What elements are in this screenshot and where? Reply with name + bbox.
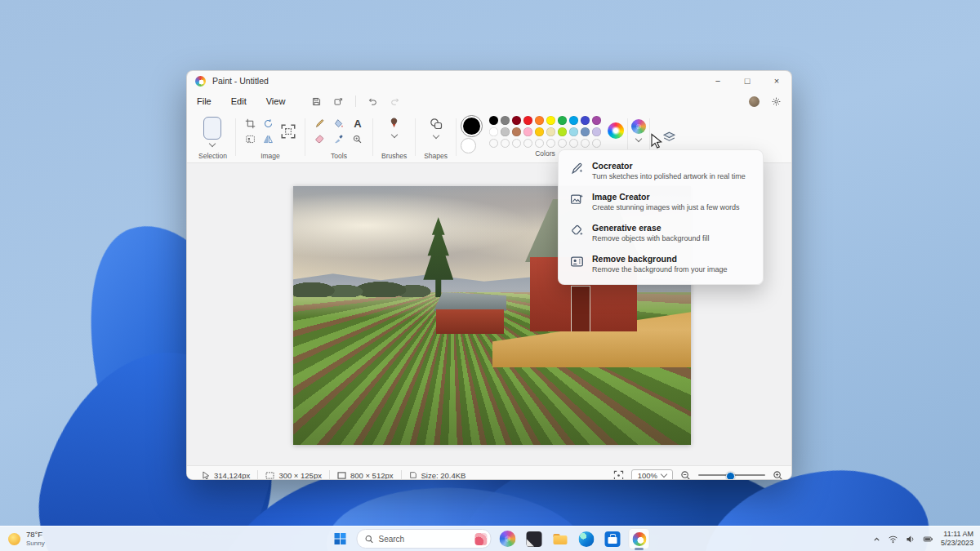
menu-item-desc: Create stunning images with just a few w… (592, 203, 740, 211)
flip-icon[interactable] (263, 134, 274, 144)
palette-color[interactable] (489, 116, 498, 125)
palette-row-1 (489, 116, 601, 125)
palette-color[interactable] (512, 116, 521, 125)
background-color-swatch[interactable] (461, 138, 476, 153)
palette-color[interactable] (535, 127, 544, 136)
rotate-icon[interactable] (263, 118, 274, 129)
menu-item-title: Image Creator (592, 192, 740, 202)
custom-color-slot[interactable] (546, 139, 555, 148)
maximize-button[interactable]: □ (733, 71, 762, 91)
remove-background-icon[interactable] (245, 134, 256, 144)
palette-color[interactable] (592, 127, 601, 136)
zoom-level: 100% (638, 471, 657, 480)
wifi-icon[interactable] (888, 534, 898, 544)
zoom-out-icon[interactable] (680, 470, 691, 481)
chevron-down-icon[interactable] (432, 132, 439, 139)
close-button[interactable]: × (762, 71, 791, 91)
text-tool-icon[interactable]: A (354, 118, 361, 129)
paint-taskbar-button[interactable] (629, 528, 650, 549)
minimize-button[interactable]: − (703, 71, 733, 91)
menu-item-title: Remove background (592, 254, 728, 264)
file-explorer-button[interactable] (550, 529, 570, 549)
menu-item-cocreator[interactable]: Cocreator Turn sketches into polished ar… (559, 155, 763, 186)
palette-color[interactable] (512, 127, 521, 136)
fit-to-screen-icon[interactable] (613, 470, 624, 481)
palette-color[interactable] (592, 116, 601, 125)
brush-icon[interactable] (387, 117, 401, 131)
edge-browser-button[interactable] (577, 529, 596, 549)
search-highlight-icon[interactable] (475, 533, 488, 545)
taskbar-app-button[interactable] (524, 529, 544, 549)
palette-color[interactable] (489, 127, 498, 136)
palette-color[interactable] (569, 116, 578, 125)
palette-color[interactable] (546, 116, 555, 125)
custom-color-slot[interactable] (558, 139, 567, 148)
menu-view[interactable]: View (266, 96, 286, 106)
palette-color[interactable] (558, 127, 567, 136)
image-size: 800 × 512px (350, 471, 394, 480)
search-box[interactable]: Search (357, 529, 492, 549)
palette-color[interactable] (535, 116, 544, 125)
edit-colors-wheel-icon[interactable] (608, 122, 624, 139)
chevron-down-icon[interactable] (635, 136, 642, 142)
eyedropper-icon[interactable] (333, 134, 344, 144)
palette-color[interactable] (558, 116, 567, 125)
menu-item-generative-erase[interactable]: Generative erase Remove objects with bac… (559, 217, 763, 248)
zoom-slider-thumb[interactable] (726, 472, 735, 481)
settings-gear-icon[interactable] (771, 96, 782, 107)
selection-tool-group[interactable]: Selection (194, 112, 232, 162)
custom-color-slot[interactable] (512, 139, 521, 148)
menu-file[interactable]: File (197, 96, 212, 106)
divider (355, 96, 356, 107)
palette-color[interactable] (546, 127, 555, 136)
menu-edit[interactable]: Edit (231, 96, 247, 106)
share-icon[interactable] (333, 96, 344, 107)
shapes-group[interactable]: Shapes (419, 112, 452, 162)
custom-color-slot[interactable] (592, 139, 601, 148)
custom-color-slot[interactable] (535, 139, 544, 148)
palette-color[interactable] (523, 116, 532, 125)
redo-icon[interactable] (390, 96, 400, 107)
microsoft-store-button[interactable] (603, 529, 622, 549)
foreground-color-swatch[interactable] (461, 116, 482, 136)
custom-color-slot[interactable] (501, 139, 510, 148)
pencil-icon[interactable] (314, 118, 325, 129)
account-avatar[interactable] (749, 96, 760, 107)
chevron-down-icon[interactable] (390, 131, 397, 138)
custom-color-slot[interactable] (489, 139, 498, 148)
clock[interactable]: 11:11 AM 5/23/2023 (941, 530, 973, 549)
brushes-group[interactable]: Brushes (376, 112, 412, 162)
undo-icon[interactable] (368, 96, 378, 107)
custom-color-slot[interactable] (523, 139, 532, 148)
time: 11:11 AM (941, 530, 973, 539)
shapes-icon[interactable] (429, 117, 443, 131)
magnifier-icon[interactable] (352, 134, 363, 144)
eraser-icon[interactable] (314, 134, 325, 144)
palette-color[interactable] (501, 116, 510, 125)
menu-item-image-creator[interactable]: Image Creator Create stunning images wit… (559, 186, 763, 217)
zoom-level-dropdown[interactable]: 100% (631, 469, 673, 481)
palette-color[interactable] (581, 127, 590, 136)
weather-widget[interactable]: 78°F Sunny (8, 527, 45, 551)
palette-color[interactable] (501, 127, 510, 136)
selection-rectangle-icon[interactable] (203, 117, 221, 140)
crop-icon[interactable] (245, 118, 256, 129)
paint-app-icon (195, 76, 206, 87)
zoom-in-icon[interactable] (773, 470, 783, 481)
battery-icon[interactable] (922, 534, 934, 544)
palette-color[interactable] (569, 127, 578, 136)
save-icon[interactable] (311, 96, 322, 107)
menu-item-remove-background[interactable]: Remove background Remove the background … (559, 248, 763, 279)
start-button[interactable] (331, 529, 350, 549)
custom-color-slot[interactable] (569, 139, 578, 148)
chevron-down-icon[interactable] (209, 140, 216, 147)
fill-bucket-icon[interactable] (333, 118, 344, 129)
volume-icon[interactable] (905, 534, 915, 544)
custom-color-slot[interactable] (581, 139, 590, 148)
palette-color[interactable] (581, 116, 590, 125)
palette-color[interactable] (523, 127, 532, 136)
taskbar-copilot-button[interactable] (498, 529, 518, 549)
zoom-slider[interactable] (698, 470, 765, 480)
tray-chevron-up-icon[interactable] (872, 535, 881, 544)
resize-icon[interactable] (280, 123, 296, 140)
